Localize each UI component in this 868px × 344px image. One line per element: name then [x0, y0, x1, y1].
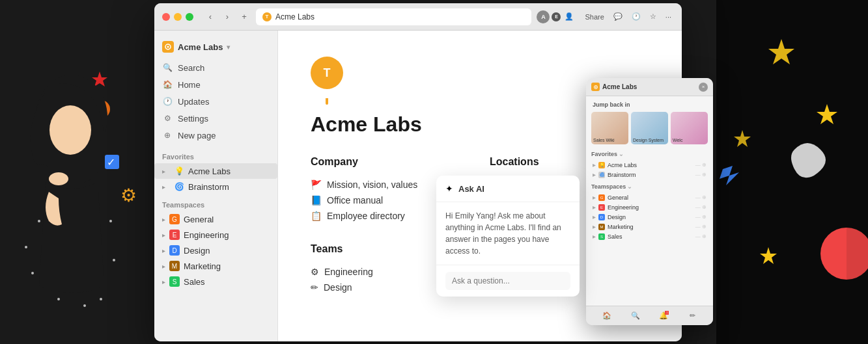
- chevron-icon: ▸: [162, 168, 170, 175]
- svg-point-16: [36, 75, 107, 159]
- svg-marker-1: [768, 39, 794, 64]
- comment-button[interactable]: 💬: [611, 11, 625, 22]
- sidebar-nav-home-label: Home: [178, 80, 201, 90]
- svg-text:✓: ✓: [107, 157, 115, 168]
- home-icon: 🏠: [162, 79, 173, 90]
- mini-ts-marketing[interactable]: ▸ M Marketing — ⊕: [591, 222, 708, 232]
- mission-label: Mission, vision, values: [327, 179, 417, 190]
- svg-marker-11: [92, 72, 107, 86]
- mini-card-welcome[interactable]: Welc: [671, 112, 708, 144]
- team-engineering-icon: ⚙: [311, 267, 319, 277]
- design-label: Design: [184, 246, 210, 256]
- mini-ts-general-actions: — ⊕: [695, 194, 707, 200]
- svg-point-7: [820, 228, 868, 280]
- team-design-icon: ✏: [311, 282, 318, 293]
- sidebar-item-marketing[interactable]: ▸ M Marketing: [154, 258, 277, 274]
- brainstorm-icon: 🌀: [174, 181, 184, 192]
- sidebar-nav-items: 🔍 Search 🏠 Home 🕐 Updates ⚙ Settings ⊕: [154, 59, 277, 144]
- sidebar-item-sales[interactable]: ▸ S Sales: [154, 274, 277, 289]
- address-text: Acme Labs: [275, 12, 315, 21]
- page-logo: T: [311, 57, 343, 89]
- sidebar-item-general[interactable]: ▸ G General: [154, 211, 277, 227]
- sales-chevron: ▸: [162, 278, 165, 285]
- mini-home-icon[interactable]: 🏠: [602, 311, 612, 321]
- mini-ts-sales[interactable]: ▸ S Sales — ⊕: [591, 232, 708, 241]
- mini-card-sales[interactable]: Sales Wiki: [591, 112, 628, 144]
- avatar-a: A: [537, 10, 550, 23]
- design-chevron: ▸: [162, 247, 165, 254]
- general-chevron: ▸: [162, 216, 165, 223]
- close-button[interactable]: [162, 13, 170, 21]
- mini-ts-engineering-chevron: ▸: [593, 204, 596, 211]
- settings-icon: ⚙: [162, 113, 173, 124]
- mini-ts-general-label: General: [608, 194, 628, 201]
- mini-ts-marketing-icon: M: [598, 224, 605, 230]
- address-bar[interactable]: T Acme Labs: [256, 8, 531, 25]
- sidebar-nav-new-page[interactable]: ⊕ New page: [154, 127, 277, 144]
- minimize-button[interactable]: [174, 13, 182, 21]
- brainstorm-chevron-icon: ▸: [162, 183, 170, 191]
- acme-labs-icon: 💡: [174, 166, 184, 176]
- mini-ts-marketing-chevron: ▸: [593, 223, 596, 230]
- mini-workspace-name: Acme Labs: [602, 83, 637, 90]
- svg-point-26: [100, 298, 102, 300]
- mini-search-icon[interactable]: 🔍: [630, 311, 641, 321]
- mini-close-icon[interactable]: ×: [699, 83, 708, 92]
- ai-header: ✦ Ask AI: [436, 176, 580, 202]
- mini-ts-sales-chevron: ▸: [593, 233, 596, 240]
- mini-ts-engineering-actions: — ⊕: [695, 204, 707, 210]
- ai-question-input[interactable]: [445, 272, 570, 290]
- sidebar-nav-settings[interactable]: ⚙ Settings: [154, 110, 277, 127]
- forward-button[interactable]: ›: [221, 10, 234, 23]
- mini-ts-design[interactable]: ▸ D Design — ⊕: [591, 212, 708, 222]
- back-button[interactable]: ‹: [204, 10, 217, 23]
- mini-fav-brainstorm-chevron: ▸: [593, 171, 596, 178]
- more-button[interactable]: ···: [663, 12, 674, 22]
- share-button[interactable]: Share: [582, 12, 606, 22]
- acme-labs-label: Acme Labs: [188, 166, 270, 176]
- ai-input-area: [436, 265, 580, 297]
- svg-rect-8: [820, 228, 847, 280]
- office-label: Office manual: [327, 195, 383, 205]
- mini-fav-brainstorm[interactable]: ▸ 🌀 Brainstorm — ⊕: [591, 170, 708, 179]
- directory-icon: 📋: [311, 211, 322, 221]
- mini-ts-design-icon: D: [598, 214, 605, 220]
- sidebar-item-engineering[interactable]: ▸ E Engineering: [154, 227, 277, 243]
- mini-fav-acme[interactable]: ▸ 💡 Acme Labs — ⊕: [591, 160, 708, 170]
- mini-compose-icon[interactable]: ✏: [687, 311, 697, 321]
- sidebar-nav-new-page-label: New page: [178, 131, 216, 140]
- mini-card-sales-label: Sales Wiki: [593, 138, 615, 142]
- sidebar-workspace[interactable]: Acme Labs ▾: [154, 37, 277, 57]
- mini-fav-chevron: ⌄: [619, 151, 624, 157]
- sidebar-nav-home[interactable]: 🏠 Home: [154, 76, 277, 93]
- general-label: General: [184, 215, 214, 224]
- svg-point-28: [167, 46, 169, 48]
- workspace-icon: [162, 41, 174, 53]
- mini-card-design[interactable]: Design System: [631, 112, 668, 144]
- mini-ts-design-chevron: ▸: [593, 213, 596, 220]
- clock-button[interactable]: 🕐: [629, 11, 643, 22]
- mini-notification-icon[interactable]: 🔔 !: [658, 311, 669, 321]
- engineering-chevron: ▸: [162, 232, 165, 239]
- mini-ts-general[interactable]: ▸ G General — ⊕: [591, 192, 708, 202]
- mini-ts-engineering[interactable]: ▸ E Engineering — ⊕: [591, 202, 708, 212]
- sidebar-nav-search[interactable]: 🔍 Search: [154, 59, 277, 76]
- sidebar-item-brainstorm[interactable]: ▸ 🌀 Brainstorm: [154, 179, 277, 194]
- avatar-emoji: 👤: [563, 10, 576, 23]
- sidebar: Acme Labs ▾ 🔍 Search 🏠 Home 🕐 Updates: [154, 31, 278, 341]
- svg-point-22: [113, 259, 115, 261]
- mini-fav-acme-actions: — ⊕: [695, 162, 707, 168]
- sidebar-item-design[interactable]: ▸ D Design: [154, 243, 277, 258]
- mini-workspace: Acme Labs: [591, 83, 696, 91]
- new-tab-button[interactable]: +: [238, 10, 251, 23]
- bookmark-button[interactable]: ☆: [647, 11, 659, 22]
- mini-ts-sales-actions: — ⊕: [695, 233, 707, 239]
- svg-rect-12: [105, 155, 119, 169]
- sidebar-item-acme-labs[interactable]: ▸ 💡 Acme Labs: [154, 163, 277, 179]
- sales-label: Sales: [184, 277, 205, 287]
- sidebar-nav-updates[interactable]: 🕐 Updates: [154, 93, 277, 110]
- avatar-e: E: [552, 12, 561, 21]
- favorites-label: Favorites: [154, 146, 277, 163]
- fullscreen-button[interactable]: [186, 13, 193, 21]
- team-design-label: Design: [324, 282, 352, 293]
